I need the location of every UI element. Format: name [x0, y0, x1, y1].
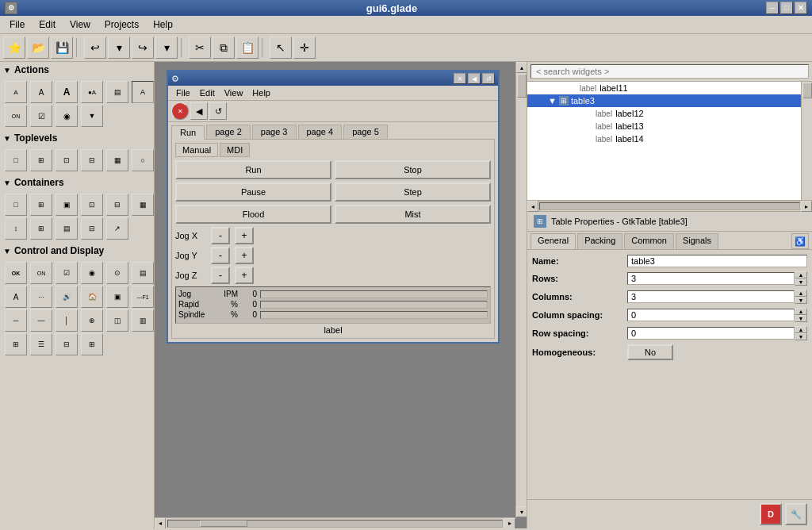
scroll-left-arrow[interactable]: ◂ [155, 518, 166, 529]
widget-menubar[interactable]: ⊡ [56, 149, 78, 171]
widget-text-small[interactable]: A [5, 81, 27, 103]
widget-combo[interactable]: ▼ [81, 105, 103, 127]
containers-section-header[interactable]: ▼ Containers [0, 175, 154, 190]
mist-button[interactable]: Mist [335, 205, 491, 224]
widget-fixed[interactable]: ▤ [56, 217, 78, 240]
paste-button[interactable]: 📋 [236, 36, 259, 59]
tab-page5[interactable]: page 5 [343, 125, 388, 139]
step-button[interactable]: Step [335, 182, 491, 202]
widget-scale[interactable]: ⊙ [106, 262, 128, 284]
save-button[interactable]: 💾 [51, 36, 73, 59]
widget-search-input[interactable] [530, 64, 809, 79]
inner-menu-file[interactable]: File [171, 86, 195, 99]
prop-tab-packing[interactable]: Packing [577, 233, 622, 249]
inner-menu-view[interactable]: View [220, 86, 248, 99]
actions-section-header[interactable]: ▼ Actions [0, 62, 154, 78]
prop-homogeneous-button[interactable]: No [627, 344, 673, 360]
select-button[interactable]: ↖ [270, 36, 292, 59]
widget-expander[interactable]: ⊟ [106, 194, 128, 216]
jog-y-minus[interactable]: - [211, 247, 230, 264]
prop-columns-dn[interactable]: ▼ [795, 297, 807, 304]
jog-z-plus[interactable]: + [235, 267, 254, 284]
run-button[interactable]: Run [175, 160, 331, 179]
tree-scroll-thumb[interactable] [802, 83, 812, 98]
jog-slider[interactable] [260, 290, 488, 298]
prop-colspacing-up[interactable]: ▲ [795, 308, 807, 315]
spindle-slider[interactable] [260, 311, 488, 319]
prop-rows-dn[interactable]: ▼ [795, 278, 807, 286]
widget-textview[interactable]: ▤ [106, 81, 128, 103]
widget-home[interactable]: 🏠 [81, 286, 103, 308]
jog-y-plus[interactable]: + [235, 247, 254, 264]
menu-view[interactable]: View [63, 17, 97, 32]
inner-tb-close[interactable]: ✕ [171, 102, 189, 120]
prop-rowspacing-up[interactable]: ▲ [795, 326, 807, 333]
tree-item-label11[interactable]: label label11 [527, 82, 812, 94]
menu-projects[interactable]: Projects [98, 17, 145, 32]
redo-button[interactable]: ↪ [132, 36, 154, 59]
pause-button[interactable]: Pause [175, 182, 331, 202]
widget-table[interactable]: ⊞ [30, 194, 52, 216]
prop-tab-signals[interactable]: Signals [676, 233, 718, 249]
tab-page4[interactable]: page 4 [298, 125, 343, 139]
widget-volume[interactable]: 🔊 [56, 286, 78, 308]
widget-pbar-ctrl[interactable]: ▥ [132, 309, 154, 332]
inner-tb-arrow[interactable]: ◀ [190, 102, 208, 120]
menu-help[interactable]: Help [147, 17, 179, 32]
inner-menu-edit[interactable]: Edit [195, 86, 220, 99]
inner-tb-refresh[interactable]: ↺ [209, 102, 227, 120]
prop-rows-input[interactable] [627, 272, 795, 285]
props-apply-button[interactable]: D [760, 503, 782, 525]
sub-tab-manual[interactable]: Manual [175, 143, 218, 157]
tree-item-label12[interactable]: label label12 [527, 107, 812, 120]
tab-page2[interactable]: page 2 [206, 125, 251, 139]
widget-box[interactable]: □ [5, 194, 27, 216]
control-display-section-header[interactable]: ▼ Control and Display [0, 243, 154, 259]
jog-x-plus[interactable]: + [235, 227, 254, 244]
tree-scroll-left[interactable]: ◂ [527, 201, 538, 212]
widget-entry[interactable]: A [132, 81, 154, 103]
widget-paned[interactable]: ▦ [132, 194, 154, 216]
menu-edit[interactable]: Edit [33, 17, 62, 32]
rapid-slider[interactable] [260, 301, 488, 309]
prop-tab-general[interactable]: General [530, 233, 576, 249]
widget-check-ctrl[interactable]: ☑ [56, 262, 78, 284]
tab-run[interactable]: Run [171, 125, 205, 140]
widget-text-med[interactable]: A [30, 81, 52, 103]
widget-tree-ctrl[interactable]: ⊞ [5, 333, 27, 355]
jog-x-minus[interactable]: - [211, 227, 230, 244]
move-button[interactable]: ✛ [293, 36, 316, 59]
widget-align[interactable]: ⊞ [30, 217, 52, 240]
widget-frame[interactable]: ⊡ [81, 194, 103, 216]
prop-columns-up[interactable]: ▲ [795, 290, 807, 297]
widget-text-large[interactable]: A [56, 81, 78, 103]
widget-button-ctrl[interactable]: OK [5, 262, 27, 284]
new-button[interactable]: ⭐ [3, 36, 25, 59]
widget-spin-top[interactable]: ○ [132, 149, 154, 171]
tab-page3[interactable]: page 3 [252, 125, 297, 139]
tree-h-track[interactable] [539, 202, 800, 210]
widget-check[interactable]: ☑ [30, 105, 52, 127]
widget-aspect[interactable]: ⊟ [81, 217, 103, 240]
minimize-button[interactable]: ─ [766, 2, 779, 14]
h-scroll-thumb[interactable] [200, 520, 247, 527]
widget-progress[interactable]: ▤ [132, 262, 154, 284]
tree-item-table3[interactable]: ▼ ⊞ table3 [527, 94, 812, 107]
jog-z-minus[interactable]: - [211, 267, 230, 284]
tree-scroll-right[interactable]: ▸ [801, 201, 812, 212]
menu-file[interactable]: File [3, 17, 31, 32]
flood-button[interactable]: Flood [175, 205, 331, 224]
props-clear-button[interactable]: 🔧 [785, 503, 807, 525]
widget-scroll-c[interactable]: ↕ [5, 217, 27, 240]
widget-dialog[interactable]: ⊞ [30, 149, 52, 171]
tree-item-label14[interactable]: label label14 [527, 132, 812, 145]
widget-notebook-c[interactable]: ▣ [56, 194, 78, 216]
widget-vsep-ctrl[interactable]: │ [56, 309, 78, 332]
widget-sep2-ctrl[interactable]: — [30, 309, 52, 332]
inner-close-button[interactable]: ✕ [454, 73, 466, 84]
widget-accel[interactable]: —F1 [132, 286, 154, 308]
v-scroll-thumb[interactable] [517, 74, 527, 98]
widget-toolbar[interactable]: ⊟ [81, 149, 103, 171]
widget-label[interactable]: ●A [81, 81, 103, 103]
redo-dropdown[interactable]: ▾ [155, 36, 178, 59]
